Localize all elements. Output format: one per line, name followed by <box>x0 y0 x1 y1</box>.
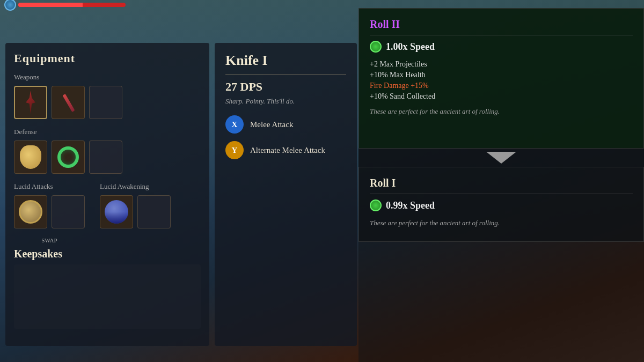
roll-divider <box>358 149 644 167</box>
x-button: X <box>225 115 244 134</box>
lucid-slot-1[interactable] <box>14 195 47 228</box>
attack2-label: Alternate Melee Attack <box>250 146 325 155</box>
roll-spacer <box>358 242 644 362</box>
equipment-title: Equipment <box>14 51 201 65</box>
attack1: X Melee Attack <box>225 115 346 134</box>
roll-i-speed: 0.99x Speed <box>370 200 633 211</box>
potion-icon <box>20 145 41 169</box>
knife2-icon <box>56 91 80 114</box>
weapon-slot-empty <box>89 86 122 119</box>
roll-ii-stats: +2 Max Projectiles +10% Max Health Fire … <box>370 60 633 101</box>
defense-slot-1[interactable] <box>14 141 47 174</box>
roll-i-flavor: These are perfect for the ancient art of… <box>370 219 633 227</box>
defense-row <box>14 141 201 174</box>
roll-ii-speed: 1.00x Speed <box>370 41 633 53</box>
stat-line-fire: Fire Damage +15% <box>370 82 633 90</box>
speed-icon-i <box>370 200 382 211</box>
knife-icon <box>19 91 42 114</box>
speed-text-ii: 1.00x Speed <box>386 41 435 53</box>
roll-ii-flavor: These are perfect for the ancient art of… <box>370 107 633 116</box>
weapons-label: Weapons <box>14 73 201 82</box>
speed-icon-ii <box>370 41 382 53</box>
roll-ii-title: Roll II <box>370 18 633 35</box>
defense-slot-empty <box>89 141 122 174</box>
chevron-down-icon <box>486 152 516 164</box>
lucid-slot-empty <box>52 195 85 228</box>
ring-icon <box>57 146 79 168</box>
awakening-slot-empty <box>137 195 171 228</box>
lucid-awakening-row <box>100 195 171 228</box>
swap-label: SWAP <box>14 237 85 243</box>
health-bar <box>18 3 126 7</box>
hud-icon <box>4 0 16 11</box>
rolls-container: Roll II 1.00x Speed +2 Max Projectiles +… <box>358 8 644 362</box>
lucid-icon <box>19 200 42 224</box>
defense-label: Defense <box>14 128 37 136</box>
detail-panel: Knife I 27 DPS Sharp. Pointy. This'll do… <box>215 43 357 346</box>
attack2: Y Alternate Melee Attack <box>225 141 346 159</box>
weapon-name: Knife I <box>225 53 346 75</box>
keepsakes-area <box>14 264 201 329</box>
lucid-attacks-label: Lucid Attacks <box>14 182 85 191</box>
roll-ii-panel: Roll II 1.00x Speed +2 Max Projectiles +… <box>358 8 644 149</box>
awakening-icon <box>105 200 128 224</box>
keepsakes-title: Keepsakes <box>14 248 201 260</box>
weapon-slot-1[interactable] <box>14 86 47 119</box>
defense-slot-2[interactable] <box>52 141 85 174</box>
attack1-label: Melee Attack <box>250 120 293 129</box>
awakening-slot-1[interactable] <box>100 195 133 228</box>
weapon-dps: 27 DPS <box>225 80 346 94</box>
y-button: Y <box>225 141 244 159</box>
lucid-attacks-row <box>14 195 85 228</box>
lucid-awakening-label: Lucid Awakening <box>100 182 171 191</box>
stat-line-1: +2 Max Projectiles <box>370 60 633 69</box>
roll-i-title: Roll I <box>370 177 633 194</box>
equipment-panel: Equipment Weapons Defense Lucid Attacks <box>5 43 209 346</box>
speed-text-i: 0.99x Speed <box>386 200 435 211</box>
weapon-slot-2[interactable] <box>52 86 85 119</box>
weapons-row <box>14 86 201 119</box>
weapon-description: Sharp. Pointy. This'll do. <box>225 97 346 106</box>
roll-i-panel: Roll I 0.99x Speed These are perfect for… <box>358 167 644 242</box>
stat-line-2: +10% Max Health <box>370 71 633 79</box>
stat-line-4: +10% Sand Collected <box>370 92 633 101</box>
